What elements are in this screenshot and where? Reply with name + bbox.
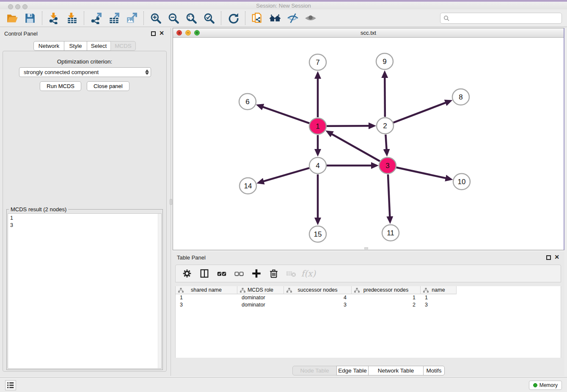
select-all-icon[interactable] [216, 268, 227, 279]
zoom-out-icon[interactable] [167, 12, 180, 25]
zoom-in-icon[interactable] [149, 12, 162, 25]
splitter-grip[interactable] [170, 199, 172, 205]
result-scrollbar[interactable] [158, 214, 161, 368]
svg-text:10: 10 [458, 178, 466, 186]
table-cell[interactable]: 2 [352, 301, 421, 309]
float-panel-icon[interactable] [151, 31, 156, 36]
titlebar: Session: New Session [0, 2, 567, 9]
table-cell[interactable]: 3 [421, 301, 457, 309]
graph-node-4[interactable]: 4 [309, 157, 326, 174]
svg-text:8: 8 [459, 93, 462, 101]
add-row-icon[interactable] [251, 268, 262, 279]
graph-node-15[interactable]: 15 [309, 226, 326, 242]
table-cell[interactable]: 3 [176, 301, 237, 309]
control-panel-tabs: NetworkStyleSelectMCDS [0, 41, 169, 51]
zoom-selected-icon[interactable] [203, 12, 215, 25]
svg-text:2: 2 [383, 122, 387, 130]
table-cell[interactable]: dominator [237, 294, 284, 301]
export-table-icon[interactable] [107, 12, 120, 25]
import-table-icon[interactable] [66, 12, 78, 25]
refresh-icon[interactable] [227, 12, 239, 25]
table-cell[interactable]: 1 [421, 294, 457, 301]
graph-edge-1-2[interactable] [327, 126, 369, 126]
graph-edge-3-1[interactable] [331, 134, 380, 161]
import-network-icon[interactable] [48, 12, 61, 25]
tab-mcds[interactable]: MCDS [110, 41, 136, 51]
export-image-icon[interactable] [125, 12, 138, 25]
table-cell[interactable]: 3 [284, 301, 352, 309]
close-panel-icon[interactable]: ✕ [159, 30, 164, 36]
memory-button[interactable]: Memory [529, 381, 562, 390]
show-panels-icon[interactable] [304, 12, 317, 25]
table-float-panel-icon[interactable] [546, 255, 551, 260]
graph-edge-2-9[interactable] [385, 77, 385, 117]
table-row[interactable]: 3dominator323 [176, 301, 561, 309]
graph-edge-2-3[interactable] [385, 135, 386, 150]
tab-style[interactable]: Style [64, 41, 87, 51]
hide-panels-icon[interactable] [286, 12, 299, 25]
sort-tree-icon [286, 288, 292, 294]
show-columns-icon[interactable] [199, 268, 210, 279]
run-mcds-button[interactable]: Run MCDS [40, 81, 81, 91]
graph-node-14[interactable]: 14 [239, 178, 256, 194]
network-canvas[interactable]: 7968124314101511 [173, 38, 564, 250]
graph-node-10[interactable]: 10 [453, 174, 470, 190]
view-resize-grip[interactable] [364, 247, 368, 249]
table-body: 1dominator4113dominator323 [176, 294, 561, 309]
graph-node-6[interactable]: 6 [239, 94, 256, 110]
table-close-panel-icon[interactable]: ✕ [554, 254, 559, 260]
column-header-successor-nodes[interactable]: successor nodes [284, 286, 352, 294]
svg-text:11: 11 [387, 229, 394, 237]
tab-motifs[interactable]: Motifs [423, 366, 445, 375]
tab-select[interactable]: Select [87, 41, 111, 51]
toolbar-separator [42, 11, 42, 25]
delete-row-icon[interactable] [268, 268, 279, 279]
graph-edge-2-8[interactable] [394, 102, 446, 122]
close-panel-button[interactable]: Close panel [87, 81, 129, 91]
graph-node-8[interactable]: 8 [452, 89, 469, 105]
save-session-icon[interactable] [24, 12, 36, 25]
svg-text:15: 15 [314, 230, 322, 238]
mcds-result-text[interactable]: 1 3 [8, 213, 162, 369]
search-input[interactable] [449, 13, 561, 23]
svg-text:6: 6 [245, 98, 249, 106]
table-cell[interactable]: 4 [284, 294, 352, 301]
graph-node-7[interactable]: 7 [309, 54, 326, 70]
graph-node-9[interactable]: 9 [376, 53, 393, 69]
graph-node-2[interactable]: 2 [377, 118, 394, 134]
column-header-predecessor-nodes[interactable]: predecessor nodes [352, 286, 421, 294]
column-header-shared-name[interactable]: shared name [176, 286, 237, 294]
export-network-icon[interactable] [90, 12, 102, 25]
tab-network[interactable]: Network [33, 41, 64, 51]
panel-splitter[interactable] [169, 28, 173, 376]
table-cell[interactable]: 1 [352, 294, 421, 301]
graph-node-3[interactable]: 3 [379, 157, 396, 174]
tab-network-table[interactable]: Network Table [368, 366, 424, 375]
graph-edge-3-11[interactable] [388, 174, 390, 217]
tab-edge-table[interactable]: Edge Table [336, 366, 369, 375]
svg-text:7: 7 [316, 58, 319, 66]
criterion-dropdown[interactable]: strongly connected component [19, 67, 151, 77]
graph-edge-3-10[interactable] [396, 167, 446, 178]
graph-edge-1-6[interactable] [262, 107, 309, 123]
duplicate-network-icon[interactable] [251, 12, 264, 25]
column-header-name[interactable]: name [421, 286, 457, 294]
open-session-icon[interactable] [6, 12, 19, 25]
settings-icon[interactable] [182, 268, 193, 279]
zoom-fit-icon[interactable] [185, 12, 198, 25]
table-cell[interactable]: dominator [237, 301, 284, 309]
search-box[interactable] [440, 13, 562, 24]
graph-node-1[interactable]: 1 [309, 118, 326, 134]
table-cell[interactable]: 1 [176, 294, 237, 301]
home-icon[interactable] [269, 12, 281, 25]
graph-edge-4-14[interactable] [263, 168, 309, 182]
tab-node-table[interactable]: Node Table [292, 366, 337, 375]
graph-node-11[interactable]: 11 [382, 225, 399, 241]
table-row[interactable]: 1dominator411 [176, 294, 561, 301]
function-icon: f(x) [303, 268, 314, 279]
toolbar-separator [143, 11, 144, 25]
deselect-all-icon[interactable] [234, 268, 245, 279]
column-header-MCDS-role[interactable]: MCDS role [237, 286, 284, 294]
task-history-button[interactable] [5, 380, 16, 390]
network-graph[interactable]: 7968124314101511 [173, 38, 564, 250]
